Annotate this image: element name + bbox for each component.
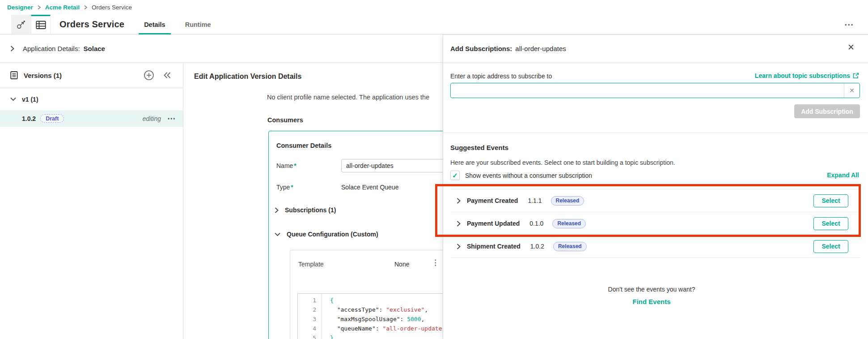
chevron-right-icon[interactable] (274, 207, 279, 214)
version-group-row[interactable]: v1 (1) (0, 88, 183, 110)
template-overflow-menu[interactable]: ⋮ (432, 259, 439, 267)
topic-address-input[interactable] (451, 83, 843, 98)
panel-consumer-name: all-order-updates (515, 45, 566, 52)
name-field-label: Name* (276, 162, 296, 169)
chevron-right-icon (37, 5, 41, 10)
suggested-events-list: Payment Created1.1.1ReleasedSelectPaymen… (450, 189, 860, 258)
collapse-panel-icon[interactable] (163, 72, 171, 79)
breadcrumb-current: Orders Service (92, 4, 132, 11)
application-details-label: Application Details: (23, 45, 80, 52)
topology-view-icon (16, 20, 26, 29)
breadcrumb-designer[interactable]: Designer (7, 4, 33, 11)
subscriptions-section-toggle[interactable]: Subscriptions (1) (274, 206, 336, 214)
type-field-label: Type* (276, 184, 293, 191)
expand-all-link[interactable]: Expand All (827, 172, 859, 179)
version-more-menu[interactable]: ⋯ (167, 114, 176, 123)
breadcrumb: Designer Acme Retail Orders Service (0, 0, 868, 15)
application-details-value: Solace (84, 45, 105, 52)
event-version: 0.1.0 (529, 220, 543, 227)
page-title: Orders Service (59, 19, 124, 30)
breadcrumb-acme-retail[interactable]: Acme Retail (45, 4, 80, 11)
topology-view-button[interactable] (11, 15, 31, 34)
versions-panel: Versions (1) (0, 63, 183, 339)
versions-panel-header: Versions (1) (0, 63, 183, 88)
chevron-right-icon[interactable] (456, 243, 461, 250)
add-subscriptions-panel: Add Subscriptions:all-order-updates ✕ En… (443, 34, 868, 339)
table-view-button[interactable] (31, 15, 51, 34)
subscriptions-section-label: Subscriptions (1) (285, 206, 336, 214)
required-marker: * (294, 162, 296, 169)
suggested-event-row[interactable]: Payment Updated0.1.0ReleasedSelect (450, 212, 860, 235)
code-line-numbers: 12345 (298, 294, 322, 339)
app-header: Orders Service Details Runtime ⋯ (0, 15, 868, 34)
consumers-heading: Consumers (267, 116, 303, 124)
version-editing-state: editing (143, 115, 161, 122)
header-tabs: Details Runtime (134, 15, 221, 34)
consumer-type-value: Solace Event Queue (341, 184, 398, 191)
suggested-events-heading: Suggested Events (450, 144, 508, 151)
queue-config-section-label: Queue Configuration (Custom) (287, 231, 378, 238)
event-status-badge: Released (553, 242, 587, 251)
add-version-icon[interactable] (144, 70, 154, 81)
app-root: Designer Acme Retail Orders Service (0, 0, 868, 339)
versions-list-icon (10, 71, 18, 80)
show-events-checkbox-label: Show events without a consumer subscript… (465, 172, 592, 179)
version-number: 1.0.2 (22, 115, 36, 122)
tab-runtime[interactable]: Runtime (175, 15, 221, 34)
event-name: Payment Updated (467, 220, 520, 227)
code-content[interactable]: { "accessType": "exclusive", "maxMsgSpoo… (322, 294, 449, 339)
chevron-right-icon[interactable] (456, 197, 461, 204)
panel-title: Add Subscriptions:all-order-updates (450, 45, 566, 52)
clear-input-icon[interactable]: ✕ (844, 83, 860, 98)
draft-status-badge: Draft (40, 114, 64, 123)
tab-details[interactable]: Details (134, 15, 175, 34)
chevron-right-icon (84, 5, 88, 10)
header-more-menu[interactable]: ⋯ (844, 20, 854, 29)
divider (443, 133, 868, 133)
template-label: Template (298, 261, 324, 268)
external-link-icon (853, 73, 859, 79)
event-version: 1.0.2 (530, 243, 544, 250)
divider (443, 63, 868, 63)
client-profile-notice: No client profile name selected. The app… (267, 94, 429, 101)
versions-title: Versions (1) (24, 72, 62, 79)
required-marker: * (291, 184, 293, 191)
chevron-right-icon[interactable] (456, 220, 461, 227)
event-select-button[interactable]: Select (813, 194, 848, 207)
event-name: Payment Created (467, 197, 518, 204)
queue-config-section-toggle[interactable]: Queue Configuration (Custom) (274, 231, 378, 238)
event-version: 1.1.1 (528, 197, 542, 204)
chevron-down-icon[interactable] (274, 232, 281, 237)
learn-topic-subscriptions-link[interactable]: Learn about topic subscriptions (755, 72, 859, 79)
version-group-label: v1 (1) (22, 96, 38, 103)
add-subscription-button[interactable]: Add Subscription (794, 104, 860, 118)
events-footer-question: Don't see the events you want? (443, 286, 860, 293)
suggested-event-row[interactable]: Payment Created1.1.1ReleasedSelect (450, 189, 860, 212)
event-status-badge: Released (552, 219, 586, 228)
editor-title: Edit Application Version Details (194, 73, 301, 81)
close-icon[interactable]: ✕ (847, 43, 855, 51)
template-value: None (394, 261, 409, 268)
find-events-link[interactable]: Find Events (443, 298, 860, 305)
suggested-event-row[interactable]: Shipment Created1.0.2ReleasedSelect (450, 235, 860, 258)
table-view-icon (36, 21, 46, 30)
event-select-button[interactable]: Select (813, 217, 848, 230)
topic-address-input-wrap: ✕ (450, 83, 860, 98)
chevron-right-icon[interactable] (10, 45, 15, 52)
suggested-events-description: Here are your subscribed events. Select … (450, 159, 675, 166)
event-name: Shipment Created (467, 243, 521, 250)
event-status-badge: Released (551, 196, 584, 206)
version-row-selected[interactable]: 1.0.2 Draft editing ⋯ (0, 110, 183, 127)
topic-address-label: Enter a topic address to subscribe to (450, 73, 552, 80)
consumer-card-title: Consumer Details (276, 142, 331, 149)
check-icon: ✓ (452, 172, 458, 180)
chevron-down-icon[interactable] (10, 97, 17, 102)
show-events-checkbox[interactable]: ✓ (450, 171, 460, 180)
event-select-button[interactable]: Select (813, 240, 848, 253)
